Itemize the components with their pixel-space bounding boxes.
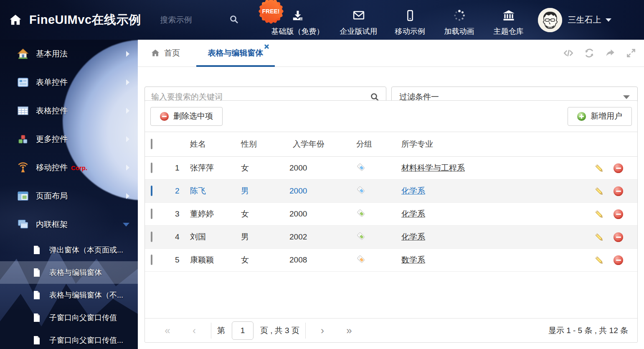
sidebar-subitem-child-to-parent-2[interactable]: 子窗口向父窗口传值... xyxy=(0,329,138,349)
chevron-down-icon xyxy=(606,18,611,22)
delete-icon[interactable] xyxy=(614,186,623,196)
search-icon[interactable] xyxy=(229,14,239,26)
share-icon[interactable] xyxy=(605,48,616,59)
user-name: 三生石上 xyxy=(568,14,601,25)
chevron-right-icon xyxy=(126,79,129,85)
nav-basic-edition[interactable]: FREE! 基础版（免费） xyxy=(271,9,324,36)
last-page-button[interactable]: » xyxy=(336,325,363,336)
tab-toolbar xyxy=(563,40,636,66)
nav-label: 加载动画 xyxy=(444,26,474,36)
edit-icon[interactable] xyxy=(594,232,604,242)
file-icon xyxy=(32,245,42,255)
app-title: FineUIMvc在线示例 xyxy=(29,12,141,28)
sidebar-subitem-grid-edit-window-2[interactable]: 表格与编辑窗体（不... xyxy=(0,284,138,306)
nav-label: 基础版（免费） xyxy=(271,26,324,36)
home-icon xyxy=(150,48,160,58)
row-checkbox[interactable] xyxy=(151,163,152,173)
app-window: FineUIMvc在线示例 FREE! 基础版（免费） xyxy=(0,0,644,349)
edit-icon[interactable] xyxy=(594,209,604,219)
download-icon xyxy=(292,9,304,23)
row-checkbox[interactable] xyxy=(151,232,152,242)
major-link[interactable]: 化学系 xyxy=(401,232,425,241)
prev-page-button[interactable]: ‹ xyxy=(181,325,208,336)
layout-icon xyxy=(17,190,29,202)
add-user-button[interactable]: 新增用户 xyxy=(568,107,632,126)
delete-icon[interactable] xyxy=(614,209,623,219)
sidebar-item-iframe[interactable]: 内联框架 xyxy=(0,210,138,239)
row-checkbox[interactable] xyxy=(151,209,152,219)
nav-enterprise-trial[interactable]: 企业版试用 xyxy=(340,9,378,36)
col-name: 姓名 xyxy=(190,139,241,150)
top-header: FineUIMvc在线示例 FREE! 基础版（免费） xyxy=(0,0,644,40)
chevron-right-icon xyxy=(126,51,129,57)
home-icon[interactable] xyxy=(8,13,23,27)
spinner-icon xyxy=(453,9,466,23)
form-icon xyxy=(17,76,29,89)
divider xyxy=(211,323,211,339)
refresh-icon[interactable] xyxy=(584,48,595,59)
table-row: 4 刘国 男 2002 化学系 xyxy=(145,226,637,249)
major-link[interactable]: 化学系 xyxy=(401,186,425,195)
house-icon xyxy=(17,48,29,60)
file-icon xyxy=(32,267,42,278)
nav-mobile-demo[interactable]: 移动示例 xyxy=(393,9,427,36)
source-code-icon[interactable] xyxy=(563,48,574,59)
tag-icon xyxy=(356,231,366,241)
first-page-button[interactable]: « xyxy=(154,325,181,336)
sidebar-item-mobile-controls[interactable]: 移动控件 Corp. xyxy=(0,153,138,182)
major-link[interactable]: 化学系 xyxy=(401,209,425,218)
sidebar-subitem-popup-window[interactable]: 弹出窗体（本页面或... xyxy=(0,239,138,261)
tab-home[interactable]: 首页 xyxy=(150,40,180,66)
major-link[interactable]: 数学系 xyxy=(401,255,425,264)
nav-label: 移动示例 xyxy=(395,26,425,36)
frames-icon xyxy=(17,218,29,231)
row-checkbox[interactable] xyxy=(151,255,152,265)
tag-icon xyxy=(356,185,366,195)
sidebar-item-grid-controls[interactable]: 表格控件 xyxy=(0,97,138,125)
sidebar-item-more-controls[interactable]: 更多控件 xyxy=(0,125,138,153)
mobile-icon xyxy=(404,9,416,23)
delete-icon[interactable] xyxy=(614,232,623,242)
table-header: 姓名 性别 入学年份 分组 所学专业 xyxy=(145,132,637,157)
record-summary: 显示 1 - 5 条 , 共 12 条 xyxy=(548,325,628,336)
close-icon[interactable] xyxy=(264,44,269,49)
edit-icon[interactable] xyxy=(594,186,604,196)
plus-icon xyxy=(577,112,586,121)
tab-bar: 首页 表格与编辑窗体 xyxy=(138,40,644,67)
tab-grid-edit-window[interactable]: 表格与编辑窗体 xyxy=(196,40,275,66)
header-search-input[interactable] xyxy=(160,15,223,25)
delete-selected-button[interactable]: 删除选中项 xyxy=(150,107,223,126)
sidebar-subitem-grid-edit-window[interactable]: 表格与编辑窗体 xyxy=(0,261,138,284)
sidebar-item-page-layout[interactable]: 页面布局 xyxy=(0,182,138,210)
grid-panel: 删除选中项 新增用户 姓名 性别 入学年份 分组 所学专业 1 xyxy=(145,100,638,343)
next-page-button[interactable]: › xyxy=(309,325,336,336)
table-row: 3 董婷婷 女 2000 化学系 xyxy=(145,203,637,226)
page-number-input[interactable] xyxy=(232,321,254,340)
expand-icon[interactable] xyxy=(626,48,636,59)
table-icon xyxy=(17,104,29,117)
delete-icon[interactable] xyxy=(614,163,623,173)
user-menu[interactable]: 三生石上 xyxy=(538,8,611,32)
pagination-bar: « ‹ 第 页 , 共 3 页 › » 显示 1 - 5 条 , 共 12 条 xyxy=(145,318,637,342)
col-gender: 性别 xyxy=(241,139,289,150)
file-icon xyxy=(32,290,42,300)
major-link[interactable]: 材料科学与工程系 xyxy=(401,163,465,172)
edit-icon[interactable] xyxy=(594,163,604,173)
delete-icon[interactable] xyxy=(614,255,623,265)
antenna-icon xyxy=(17,161,29,174)
nav-label: 主题仓库 xyxy=(494,26,524,36)
page-suffix: 页 , 共 3 页 xyxy=(260,325,299,336)
select-all-checkbox[interactable] xyxy=(151,139,152,149)
sidebar-subitem-child-to-parent[interactable]: 子窗口向父窗口传值 xyxy=(0,306,138,329)
nav-loading-animation[interactable]: 加载动画 xyxy=(443,9,476,36)
table-row-selected: 2 陈飞 男 2000 化学系 xyxy=(145,180,637,203)
edit-icon[interactable] xyxy=(594,255,604,265)
file-icon xyxy=(32,335,42,345)
tag-icon xyxy=(356,208,366,218)
sidebar-item-basic-usage[interactable]: 基本用法 xyxy=(0,40,138,68)
minus-icon xyxy=(160,112,169,121)
grid-toolbar: 删除选中项 新增用户 xyxy=(145,101,637,132)
sidebar-item-form-controls[interactable]: 表单控件 xyxy=(0,68,138,97)
nav-theme-repo[interactable]: 主题仓库 xyxy=(492,9,525,36)
row-checkbox[interactable] xyxy=(151,186,152,196)
